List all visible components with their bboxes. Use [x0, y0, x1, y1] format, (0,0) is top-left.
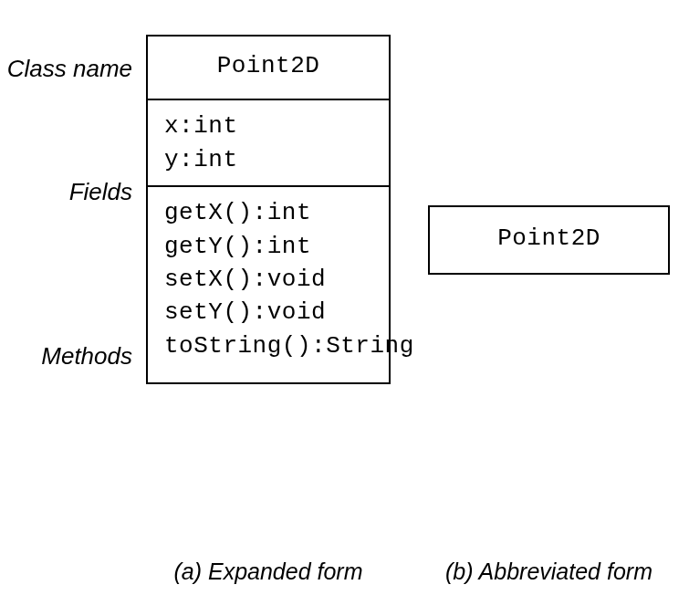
uml-field: x:int — [164, 110, 372, 142]
diagram-canvas: Class name Fields Methods Point2D x:int … — [0, 0, 689, 616]
caption-a: (a) Expanded form — [146, 559, 391, 585]
uml-expanded-fields: x:int y:int — [148, 99, 389, 185]
label-class-name: Class name — [0, 55, 132, 83]
uml-abbreviated-box: Point2D — [428, 205, 670, 275]
uml-method: getX():int — [164, 196, 372, 229]
label-methods: Methods — [0, 342, 132, 371]
uml-method: toString():String — [164, 329, 372, 362]
uml-expanded-class-name: Point2D — [148, 37, 389, 99]
caption-b: (b) Abbreviated form — [428, 559, 670, 585]
uml-method: setX():void — [164, 263, 372, 296]
uml-method: setY():void — [164, 296, 372, 329]
uml-field: y:int — [164, 143, 372, 176]
label-fields: Fields — [0, 178, 132, 206]
uml-expanded-methods: getX():int getY():int setX():void setY()… — [148, 185, 389, 382]
uml-method: getY():int — [164, 230, 372, 263]
uml-expanded-box: Point2D x:int y:int getX():int getY():in… — [146, 35, 391, 384]
uml-abbreviated-class-name: Point2D — [430, 207, 668, 273]
